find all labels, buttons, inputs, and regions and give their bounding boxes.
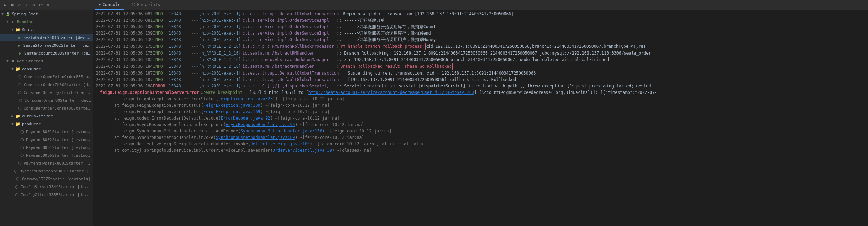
tab-console[interactable]: ▶ Console xyxy=(95,0,124,10)
stack-frame: at feign.ReflectiveFeign$FeignInvocation… xyxy=(93,141,868,147)
run-icon[interactable]: ▶ xyxy=(2,2,8,8)
payment8006-label: Payment8006Starter [devtools] xyxy=(26,153,91,158)
consumer-zk-label: ConsumerOrderZK80Starter [devtools] xyxy=(24,82,91,87)
stop-icon[interactable]: ⏹ xyxy=(9,2,15,8)
settings-icon[interactable]: ⚙ xyxy=(31,2,36,8)
payment-hystrix[interactable]: ⬡ PaymentHystrix8001Starter [devtools] xyxy=(0,159,93,167)
payment8001-label: Payment8001Starter [devtools] xyxy=(26,130,91,134)
stack-frame: at feign.FeignException.errorStatus(Feig… xyxy=(93,109,868,115)
stopped-cc: ⬡ xyxy=(14,192,20,197)
stopped-cs: ⬡ xyxy=(14,185,20,189)
config-client[interactable]: ⬡ ConfigClient3355Starter [devtools] xyxy=(0,191,93,199)
hystrix-dashboard[interactable]: ⬡ HystrixDashboard9001Starter [devtools] xyxy=(0,167,93,175)
not-started-arrow: ▼ xyxy=(5,59,10,63)
console-icon: ▶ xyxy=(99,2,101,7)
eureka-label: eureka-server xyxy=(22,114,53,119)
tab-endpoints[interactable]: ⬡ Endpoints xyxy=(128,0,164,10)
running-icon: ▶ xyxy=(10,20,16,24)
eureka-group[interactable]: ▶ 📁 eureka-server xyxy=(0,112,93,120)
refresh-icon[interactable]: ⟳ xyxy=(38,2,44,8)
consumer-openfeign[interactable]: ⬡ ConsumerOpenFeignOrder80Starter [de xyxy=(0,73,93,81)
seata-group[interactable]: ▼ 📁 Seata xyxy=(0,26,93,34)
payment8006[interactable]: ⬡ Payment8006Starter [devtools] xyxy=(0,151,93,159)
consumer-hystrix-label: ConsumerOrderHystrix80Starter [devto xyxy=(24,90,91,95)
consumer-order80-label: ConsumerOrder80Starter [devtools] xyxy=(25,98,91,103)
consumer-openfeign-label: ConsumerOpenFeignOrder80Starter [de xyxy=(24,75,91,79)
exception-url[interactable]: http://seata-account-service/account/dec… xyxy=(308,89,474,96)
stopped-app-icon5: ⬡ xyxy=(17,106,23,111)
filter-icon[interactable]: ⚡ xyxy=(24,2,29,8)
seata-storage-item[interactable]: ▶ SeataStorage2002Starter [devtools] :20 xyxy=(0,41,93,49)
run-app-icon: ▶ xyxy=(16,35,22,40)
seata-storage-label: SeataStorage2002Starter [devtools] :20 xyxy=(23,43,91,48)
seata-label: Seata xyxy=(22,27,34,32)
payment8002-label: Payment8002Starter [devtools] xyxy=(26,137,91,142)
payment8004[interactable]: ⬡ Payment8004Starter [devtools] xyxy=(0,144,93,151)
consumer-arrow: ▼ xyxy=(10,67,15,71)
right-panel: ▶ Console ⬡ Endpoints 2022-07-31 12:05:3… xyxy=(93,0,868,226)
running-label: Running xyxy=(17,20,33,24)
stack-frame: at feign.SynchronousMethodHandler.invoke… xyxy=(93,134,868,141)
root-label: Spring Boot xyxy=(12,12,38,16)
spring-icon: 🍃 xyxy=(5,12,11,16)
rerun-icon[interactable]: ↺ xyxy=(16,2,22,8)
log-line: 2022-07-31 12:05:36.175 INFO 10848 --- [… xyxy=(93,50,868,56)
payment8004-label: Payment8004Starter [devtools] xyxy=(26,145,91,150)
producer-group[interactable]: ▼ 📁 producer xyxy=(0,120,93,128)
stopped-p1: ⬡ xyxy=(19,130,25,134)
payment8002[interactable]: ⬡ Payment8002Starter [devtools] xyxy=(0,136,93,144)
log-line: 2022-07-31 12:05:36.108 INFO 10848 --- [… xyxy=(93,24,868,30)
seata-order-label: SeataOrder2001Starter [devtools] :200 xyxy=(23,35,91,40)
consumer-order80[interactable]: ⬡ ConsumerOrder80Starter [devtools] xyxy=(0,96,93,104)
root-arrow: ▼ xyxy=(0,12,5,16)
running-arrow: ▼ xyxy=(5,20,10,24)
not-started-label: Not Started xyxy=(17,59,43,64)
stopped-icon: ⏹ xyxy=(10,59,16,63)
consumer-group[interactable]: ▼ 📁 consumer xyxy=(0,65,93,73)
run-app-icon2: ▶ xyxy=(16,43,22,48)
config-client-label: ConfigClient3355Starter [devtools] xyxy=(21,192,91,197)
not-started-section[interactable]: ▼ ⏹ Not Started xyxy=(0,57,93,65)
log-line: 2022-07-31 12:05:36.183 INFO 10848 --- [… xyxy=(93,56,868,63)
toolbar: ▶ ⏹ ↺ ⚡ ⚙ ⟳ ✕ xyxy=(0,0,93,10)
stack-frame: at feign.FeignException.serverErrorStatu… xyxy=(93,96,868,102)
producer-folder-icon: 📁 xyxy=(15,122,21,126)
consumer-consul[interactable]: ⬡ ConsumerOrderConsul80Starter [devtoo xyxy=(0,104,93,112)
stack-frame: at feign.FeignException.errorStatus(Feig… xyxy=(93,102,868,109)
tabs-bar: ▶ Console ⬡ Endpoints xyxy=(93,0,868,10)
seata-account-item[interactable]: ▶ SeataAccount2003Starter [devtools] xyxy=(0,49,93,57)
log-line: 2022-07-31 12:05:36.187 INFO 10848 --- [… xyxy=(93,70,868,76)
config-server[interactable]: ⬡ ConfigServer3344Starter [devtools] xyxy=(0,183,93,191)
consumer-folder-icon: 📁 xyxy=(15,67,21,71)
gateway-label: Gateway9527Starter [devtools] xyxy=(22,177,90,181)
stopped-app-icon2: ⬡ xyxy=(17,82,23,87)
endpoints-icon: ⬡ xyxy=(132,2,135,7)
eureka-folder-icon: 📁 xyxy=(15,114,21,119)
payment8001[interactable]: ⬡ Payment8001Starter [devtools] xyxy=(0,128,93,136)
consumer-zk[interactable]: ⬡ ConsumerOrderZK80Starter [devtools] xyxy=(0,81,93,89)
close-icon[interactable]: ✕ xyxy=(45,2,51,8)
stopped-app-icon3: ⬡ xyxy=(17,90,23,95)
log-line-error: 2022-07-31 12:05:36.188 ERROR 10848 --- … xyxy=(93,83,868,89)
log-area[interactable]: 2022-07-31 12:05:36.081 INFO 10848 --- [… xyxy=(93,10,868,226)
stopped-gw: ⬡ xyxy=(15,177,21,181)
log-line: 2022-07-31 12:05:36.081 INFO 10848 --- [… xyxy=(93,17,868,24)
running-section[interactable]: ▼ ▶ Running xyxy=(0,18,93,26)
eureka-arrow: ▶ xyxy=(10,114,15,118)
hystrix-dashboard-label: HystrixDashboard9001Starter [devtools] xyxy=(20,169,91,174)
stack-frame: at com.ityj.springcloud.service.impl.Ord… xyxy=(93,147,868,154)
tree-root[interactable]: ▼ 🍃 Spring Boot xyxy=(0,10,93,18)
stopped-ph: ⬡ xyxy=(17,161,23,166)
stopped-app-icon4: ⬡ xyxy=(18,98,24,103)
consumer-label: consumer xyxy=(22,67,41,71)
stopped-p2: ⬡ xyxy=(19,137,25,142)
seata-arrow: ▼ xyxy=(10,28,15,31)
consumer-hystrix[interactable]: ⬡ ConsumerOrderHystrix80Starter [devto xyxy=(0,89,93,96)
log-line: 2022-07-31 12:05:36.184 INFO 10848 --- [… xyxy=(93,63,868,70)
stopped-app-icon: ⬡ xyxy=(17,75,23,79)
log-line: 2022-07-31 12:05:36.081 INFO 10848 --- [… xyxy=(93,11,868,17)
run-app-icon3: ▶ xyxy=(18,51,23,56)
gateway[interactable]: ⬡ Gateway9527Starter [devtools] xyxy=(0,175,93,183)
log-line: 2022-07-31 12:05:36.187 INFO 10848 --- [… xyxy=(93,76,868,83)
seata-order-item[interactable]: ▶ SeataOrder2001Starter [devtools] :200 xyxy=(0,34,93,41)
